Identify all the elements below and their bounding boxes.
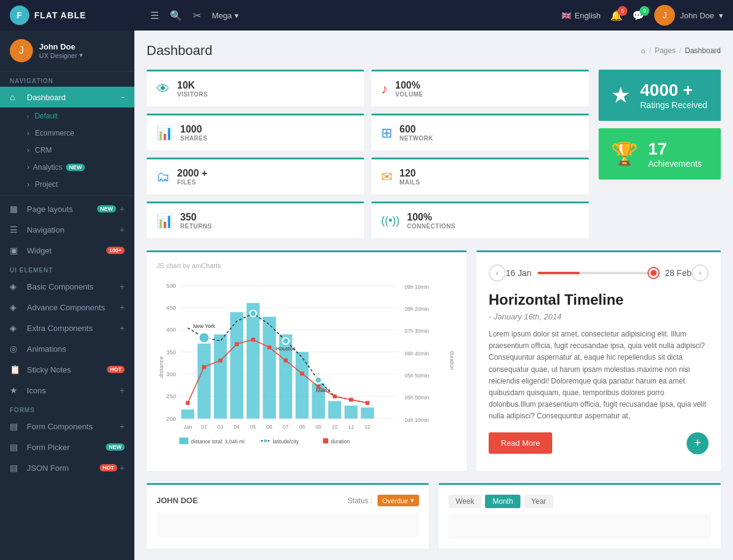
hamburger-icon[interactable]: ☰ — [150, 10, 159, 21]
app-logo[interactable]: F FLAT ABLE — [10, 5, 138, 25]
icons-nav-icon: ★ — [10, 385, 21, 395]
user-menu[interactable]: J John Doe ▾ — [654, 5, 723, 26]
svg-rect-41 — [300, 371, 304, 375]
bottom-card-right: Week Month Year — [439, 483, 721, 548]
svg-rect-19 — [247, 303, 260, 418]
sidebar-sub-analytics[interactable]: › Analytics NEW — [0, 159, 134, 176]
sidebar-sub-project[interactable]: › Project — [0, 176, 134, 193]
timeline-slider[interactable] — [538, 272, 658, 274]
sidebar-item-icons[interactable]: ★ Icons + — [0, 380, 134, 401]
sticky-notes-icon: 📋 — [10, 365, 21, 374]
widget-badge: 100+ — [106, 247, 125, 254]
week-btn[interactable]: Week — [448, 495, 481, 508]
svg-point-32 — [315, 377, 322, 384]
sidebar-item-form-picker[interactable]: ▤ Form Picker NEW — [0, 437, 134, 457]
plus-icon: + — [120, 323, 125, 333]
sidebar-item-json-form[interactable]: ▤ JSON Form HOT + — [0, 457, 134, 478]
timeline-text: Lorem ipsum dolor sit amet, consectetur … — [489, 329, 709, 423]
svg-text:06: 06 — [266, 424, 272, 430]
month-btn[interactable]: Month — [485, 495, 520, 508]
search-icon[interactable]: 🔍 — [170, 10, 182, 21]
svg-rect-36 — [219, 358, 222, 362]
svg-rect-44 — [349, 398, 353, 401]
sidebar-item-widget[interactable]: ▣ Widget 100+ — [0, 240, 134, 261]
stat-value: 2000 + — [177, 168, 207, 179]
sidebar-item-basic-components[interactable]: ◈ Basic Components + — [0, 276, 134, 297]
scissors-icon[interactable]: ✂ — [193, 10, 201, 21]
svg-text:300: 300 — [166, 371, 176, 377]
notifications-button[interactable]: 🔔 5 — [610, 10, 622, 21]
stat-value: 100% — [395, 80, 423, 91]
volume-icon: ♪ — [381, 81, 388, 97]
advance-comp-icon: ◈ — [10, 302, 21, 312]
achievements-icon: 🏆 — [611, 141, 638, 167]
timeline-add-button[interactable]: + — [687, 432, 709, 454]
home-icon[interactable]: ⌂ — [641, 46, 645, 55]
sidebar-item-navigation[interactable]: ☰ Navigation + — [0, 219, 134, 240]
svg-text:10: 10 — [332, 424, 338, 430]
stat-card-connections: ((•)) 100% CONNECTIONS — [371, 202, 589, 238]
stat-card-visitors: 👁 10K VISITORS — [147, 70, 364, 106]
form-picker-icon: ▤ — [10, 442, 21, 452]
form-picker-badge: NEW — [106, 443, 125, 451]
svg-text:distance: distance — [158, 356, 164, 378]
mega-dropdown[interactable]: Mega ▾ — [212, 11, 239, 20]
app-name: FLAT ABLE — [34, 10, 86, 20]
stat-label: CONNECTIONS — [407, 223, 455, 230]
svg-rect-66 — [179, 438, 188, 445]
svg-text:distance total: 3,046 mi: distance total: 3,046 mi — [191, 438, 245, 445]
sidebar-item-dashboard[interactable]: ⌂ Dashboard − — [0, 87, 134, 107]
svg-text:05h 00min: 05h 00min — [404, 395, 429, 401]
year-btn[interactable]: Year — [524, 495, 553, 508]
status-badge[interactable]: Overdue ▾ — [377, 495, 419, 506]
stats-left: 👁 10K VISITORS ♪ 100% VOLUME 📊 — [147, 70, 589, 238]
chevron-icon: − — [121, 94, 125, 101]
svg-text:05h 50min: 05h 50min — [404, 373, 429, 379]
bottom-left-title: JOHN DOE — [156, 496, 198, 505]
sidebar-sub-default[interactable]: › Default — [0, 107, 134, 125]
svg-text:04: 04 — [234, 424, 240, 430]
navigation-icon: ☰ — [10, 225, 21, 235]
sidebar-item-advance-components[interactable]: ◈ Advance Components + — [0, 297, 134, 318]
sidebar-sub-crm[interactable]: › CRM — [0, 142, 134, 159]
json-form-icon: ▤ — [10, 463, 21, 473]
messages-badge: 9 — [640, 6, 649, 16]
sidebar-user[interactable]: J John Doe UX Designer ▾ — [0, 31, 134, 71]
sidebar-username: John Doe — [39, 42, 83, 51]
sidebar-sub-ecommerce[interactable]: › Ecommerce — [0, 125, 134, 142]
main-content: Dashboard ⌂ / Pages / Dashboard 👁 10K VI… — [134, 31, 733, 560]
svg-text:400: 400 — [166, 326, 176, 333]
svg-rect-17 — [214, 335, 227, 419]
sidebar-item-animations[interactable]: ◎ Animations — [0, 338, 134, 359]
messages-button[interactable]: 💬 9 — [632, 10, 644, 21]
timeline-next-btn[interactable]: › — [691, 264, 709, 282]
sidebar-user-role: UX Designer ▾ — [39, 51, 83, 59]
read-more-button[interactable]: Read More — [489, 432, 552, 454]
svg-text:08h 20min: 08h 20min — [404, 306, 429, 312]
sidebar-item-page-layouts[interactable]: ▦ Page layouts NEW + — [0, 198, 134, 219]
stat-card-shares: 📊 1000 SHARES — [147, 114, 364, 150]
svg-point-30 — [250, 310, 257, 317]
sidebar-divider — [0, 195, 134, 196]
sidebar-avatar: J — [10, 39, 33, 62]
sidebar-item-extra-components[interactable]: ◈ Extra Components + — [0, 318, 134, 338]
shares-icon: 📊 — [156, 125, 173, 141]
dashboard-icon: ⌂ — [10, 92, 21, 102]
sidebar-item-label: Dashboard — [27, 93, 121, 102]
svg-rect-38 — [251, 338, 255, 341]
top-navbar: F FLAT ABLE ☰ 🔍 ✂ Mega ▾ 🇬🇧 English 🔔 5 … — [0, 0, 733, 31]
svg-rect-16 — [197, 343, 210, 418]
svg-rect-37 — [235, 342, 238, 346]
sidebar-item-sticky-notes[interactable]: 📋 Sticky Notes HOT — [0, 359, 134, 380]
svg-rect-39 — [268, 346, 271, 349]
language-selector[interactable]: 🇬🇧 English — [561, 11, 601, 20]
sidebar-item-form-components[interactable]: ▤ Form Components + — [0, 416, 134, 437]
svg-text:09: 09 — [315, 424, 321, 430]
app-body: J John Doe UX Designer ▾ NAVIGATION ⌂ Da… — [0, 31, 733, 560]
returns-icon: 📊 — [156, 213, 173, 229]
stat-label: RETURNS — [180, 223, 212, 230]
forms-section-label: FORMS — [0, 401, 134, 416]
timeline-prev-btn[interactable]: ‹ — [489, 264, 506, 282]
timeline-subtitle: - January 16th, 2014 — [489, 312, 709, 321]
plus-icon: + — [120, 225, 125, 235]
